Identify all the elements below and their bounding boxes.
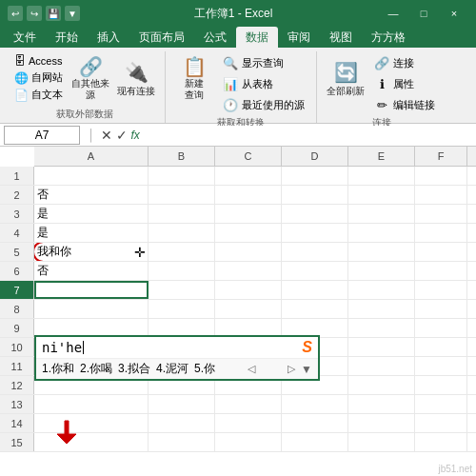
cell-f13[interactable] xyxy=(415,395,467,413)
cell-a6[interactable]: 否 xyxy=(34,262,149,280)
cell-g7[interactable] xyxy=(467,281,476,299)
cell-g14[interactable] xyxy=(467,414,476,432)
cell-b3[interactable] xyxy=(149,205,215,223)
existing-connections-button[interactable]: 🔌 现有连接 xyxy=(115,53,157,103)
ime-candidate-4[interactable]: 4.泥河 xyxy=(156,361,188,377)
window-controls[interactable]: — □ × xyxy=(379,4,468,23)
save-icon[interactable]: 💾 xyxy=(46,6,61,21)
cell-b4[interactable] xyxy=(149,224,215,242)
cell-g5[interactable] xyxy=(467,243,476,261)
ime-dropdown-icon[interactable]: ▼ xyxy=(301,363,312,376)
cell-e14[interactable] xyxy=(348,414,415,432)
cell-g15[interactable] xyxy=(467,433,476,451)
cell-b6[interactable] xyxy=(149,262,215,280)
cell-f11[interactable] xyxy=(415,357,467,375)
cell-g9[interactable] xyxy=(467,319,476,337)
tab-insert[interactable]: 插入 xyxy=(88,27,129,48)
cell-b15[interactable] xyxy=(149,433,215,451)
cell-f15[interactable] xyxy=(415,433,467,451)
cell-c7[interactable] xyxy=(215,281,282,299)
tab-layout[interactable]: 页面布局 xyxy=(129,27,194,48)
cell-a7[interactable] xyxy=(34,281,149,299)
cell-b7[interactable] xyxy=(149,281,215,299)
name-box[interactable] xyxy=(4,126,80,145)
cell-e3[interactable] xyxy=(348,205,415,223)
cell-b2[interactable] xyxy=(149,186,215,204)
refresh-all-button[interactable]: 🔄 全部刷新 xyxy=(325,53,367,103)
cell-f4[interactable] xyxy=(415,224,467,242)
cell-d13[interactable] xyxy=(282,395,348,413)
cell-c13[interactable] xyxy=(215,395,282,413)
cell-a4[interactable]: 是 xyxy=(34,224,149,242)
cell-f5[interactable] xyxy=(415,243,467,261)
formula-cancel-btn[interactable]: ✕ xyxy=(101,128,112,143)
cell-c14[interactable] xyxy=(215,414,282,432)
cell-g1[interactable] xyxy=(467,167,476,185)
cell-e13[interactable] xyxy=(348,395,415,413)
new-query-button[interactable]: 📋 新建查询 xyxy=(173,53,215,103)
cell-a5[interactable]: 我和你 ✛ xyxy=(34,243,149,261)
close-button[interactable]: × xyxy=(440,4,468,23)
cell-g12[interactable] xyxy=(467,376,476,394)
cell-g10[interactable] xyxy=(467,338,476,356)
cell-d5[interactable] xyxy=(282,243,348,261)
formula-confirm-btn[interactable]: ✓ xyxy=(116,128,128,143)
cell-c5[interactable] xyxy=(215,243,282,261)
cell-d1[interactable] xyxy=(282,167,348,185)
tab-start[interactable]: 开始 xyxy=(46,27,88,48)
cell-e9[interactable] xyxy=(348,319,415,337)
cell-f1[interactable] xyxy=(415,167,467,185)
cell-a8[interactable] xyxy=(34,300,149,318)
recent-source-button[interactable]: 🕐 最近使用的源 xyxy=(219,95,308,114)
cell-g6[interactable] xyxy=(467,262,476,280)
cell-a2[interactable]: 否 xyxy=(34,186,149,204)
cell-g13[interactable] xyxy=(467,395,476,413)
cell-e10[interactable] xyxy=(348,338,415,356)
edit-links-button[interactable]: ✏ 编辑链接 xyxy=(370,95,439,114)
cell-d14[interactable] xyxy=(282,414,348,432)
redo-icon[interactable]: ↪ xyxy=(27,6,42,21)
cell-e2[interactable] xyxy=(348,186,415,204)
cell-f12[interactable] xyxy=(415,376,467,394)
cell-f2[interactable] xyxy=(415,186,467,204)
cell-f14[interactable] xyxy=(415,414,467,432)
cell-b5[interactable] xyxy=(149,243,215,261)
cell-e4[interactable] xyxy=(348,224,415,242)
web-button[interactable]: 🌐 自网站 xyxy=(11,69,66,86)
ime-candidates-row[interactable]: 1.你和 2.你喝 3.拟合 4.泥河 5.你 ◁ ▷ ▼ xyxy=(36,359,318,379)
cell-d7[interactable] xyxy=(282,281,348,299)
cell-e8[interactable] xyxy=(348,300,415,318)
cell-g11[interactable] xyxy=(467,357,476,375)
cell-f10[interactable] xyxy=(415,338,467,356)
properties-button[interactable]: ℹ 属性 xyxy=(370,74,439,93)
cell-f6[interactable] xyxy=(415,262,467,280)
connections-button[interactable]: 🔗 连接 xyxy=(370,53,439,72)
formula-func-btn[interactable]: fx xyxy=(131,129,140,142)
cell-b14[interactable] xyxy=(149,414,215,432)
ime-input-row[interactable]: ni'he S xyxy=(36,337,318,359)
tab-formula[interactable]: 公式 xyxy=(194,27,236,48)
ime-candidate-3[interactable]: 3.拟合 xyxy=(118,361,150,377)
cell-c6[interactable] xyxy=(215,262,282,280)
cell-e12[interactable] xyxy=(348,376,415,394)
tab-file[interactable]: 文件 xyxy=(4,27,46,48)
formula-input[interactable] xyxy=(142,126,472,145)
cell-e6[interactable] xyxy=(348,262,415,280)
cell-a13[interactable] xyxy=(34,395,149,413)
cell-g4[interactable] xyxy=(467,224,476,242)
cell-c2[interactable] xyxy=(215,186,282,204)
cell-d6[interactable] xyxy=(282,262,348,280)
cell-e11[interactable] xyxy=(348,357,415,375)
cell-c4[interactable] xyxy=(215,224,282,242)
minimize-button[interactable]: — xyxy=(379,4,407,23)
cell-a3[interactable]: 是 xyxy=(34,205,149,223)
cell-f3[interactable] xyxy=(415,205,467,223)
cell-f8[interactable] xyxy=(415,300,467,318)
access-button[interactable]: 🗄 Access xyxy=(11,53,66,69)
tab-extra[interactable]: 方方格 xyxy=(362,27,415,48)
ime-candidate-2[interactable]: 2.你喝 xyxy=(80,361,112,377)
cell-d4[interactable] xyxy=(282,224,348,242)
ime-prev-icon[interactable]: ◁ xyxy=(248,363,255,375)
cell-b1[interactable] xyxy=(149,167,215,185)
ime-candidate-1[interactable]: 1.你和 xyxy=(42,361,74,377)
